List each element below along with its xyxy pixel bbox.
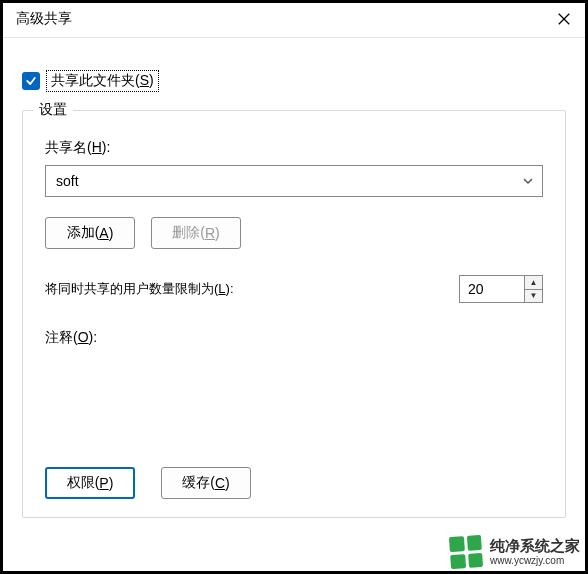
share-name-buttons: 添加(A) 删除(R)	[45, 217, 543, 249]
share-folder-row: 共享此文件夹(S)	[22, 70, 566, 92]
share-folder-label[interactable]: 共享此文件夹(S)	[46, 70, 159, 92]
watermark-text: 纯净系统之家 www.ycwzjy.com	[490, 538, 580, 566]
comment-label: 注释(O):	[45, 329, 543, 347]
share-folder-checkbox[interactable]	[22, 72, 40, 90]
spinner-up-icon[interactable]: ▲	[525, 276, 542, 289]
watermark-url: www.ycwzjy.com	[490, 555, 580, 566]
user-limit-input[interactable]	[460, 276, 524, 302]
settings-legend: 设置	[33, 101, 73, 119]
watermark-logo-icon	[449, 535, 483, 569]
user-limit-label: 将同时共享的用户数量限制为(L):	[45, 280, 234, 298]
spinner-buttons: ▲ ▼	[524, 276, 542, 302]
user-limit-row: 将同时共享的用户数量限制为(L): ▲ ▼	[45, 275, 543, 303]
cache-button[interactable]: 缓存(C)	[161, 467, 251, 499]
settings-group: 设置 共享名(H): 添加(A) 删除(R) 将同时共享的用户数量限制为(L):…	[22, 110, 566, 518]
add-button[interactable]: 添加(A)	[45, 217, 135, 249]
share-name-combo[interactable]	[45, 165, 543, 197]
content: 共享此文件夹(S) 设置 共享名(H): 添加(A) 删除(R) 将同时共享的用…	[0, 38, 588, 518]
user-limit-spinner[interactable]: ▲ ▼	[459, 275, 543, 303]
bottom-buttons: 权限(P) 缓存(C)	[45, 467, 543, 499]
permissions-button[interactable]: 权限(P)	[45, 467, 135, 499]
watermark-cn: 纯净系统之家	[490, 538, 580, 555]
share-name-input[interactable]	[46, 173, 514, 189]
spinner-down-icon[interactable]: ▼	[525, 289, 542, 303]
remove-button: 删除(R)	[151, 217, 241, 249]
share-name-label: 共享名(H):	[45, 139, 543, 157]
close-icon[interactable]	[552, 7, 576, 31]
titlebar: 高级共享	[0, 0, 588, 38]
window-title: 高级共享	[16, 10, 72, 28]
chevron-down-icon[interactable]	[514, 166, 542, 196]
watermark: 纯净系统之家 www.ycwzjy.com	[442, 532, 588, 572]
